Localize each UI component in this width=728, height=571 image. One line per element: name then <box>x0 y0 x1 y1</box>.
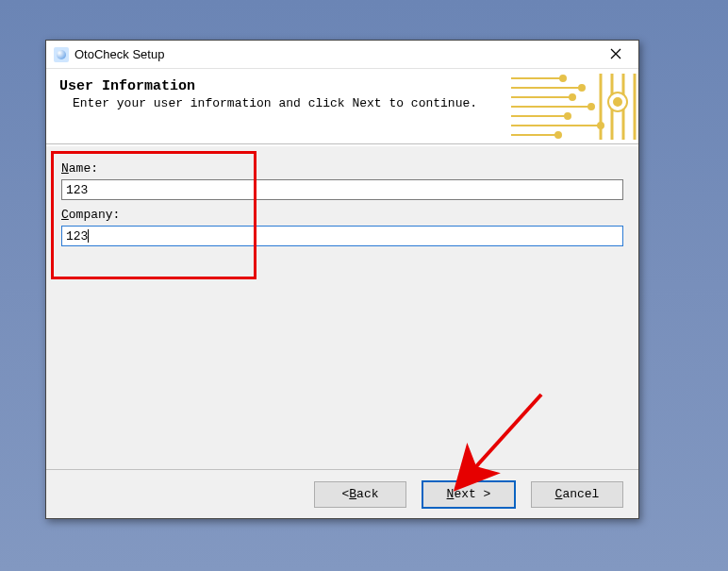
company-row: Company: 123 <box>61 208 623 246</box>
next-button[interactable]: Next > <box>422 480 516 509</box>
close-button[interactable] <box>597 42 635 65</box>
wizard-header: User Information Enter your user informa… <box>46 69 638 144</box>
svg-point-3 <box>579 85 585 91</box>
cancel-button[interactable]: Cancel <box>531 481 623 508</box>
header-decor <box>506 69 638 144</box>
wizard-body: Name: Company: 123 <box>46 145 638 469</box>
svg-point-2 <box>560 76 566 81</box>
company-input[interactable]: 123 <box>61 226 623 246</box>
svg-point-5 <box>588 104 594 109</box>
company-label: Company: <box>61 208 623 222</box>
app-icon <box>54 47 69 62</box>
close-icon <box>610 48 621 59</box>
svg-point-10 <box>614 98 621 106</box>
name-label: Name: <box>61 161 623 176</box>
svg-point-6 <box>565 113 571 119</box>
circuit-icon <box>506 69 638 144</box>
back-button[interactable]: < Back <box>314 481 406 508</box>
wizard-footer: < Back Next > Cancel <box>46 469 638 518</box>
name-input[interactable] <box>61 179 623 200</box>
window-title: OtoCheck Setup <box>74 47 164 61</box>
setup-window: OtoCheck Setup User Information Enter yo… <box>45 40 639 519</box>
svg-point-4 <box>570 94 575 100</box>
svg-point-8 <box>555 132 561 138</box>
titlebar: OtoCheck Setup <box>46 41 638 69</box>
name-row: Name: <box>61 161 623 200</box>
